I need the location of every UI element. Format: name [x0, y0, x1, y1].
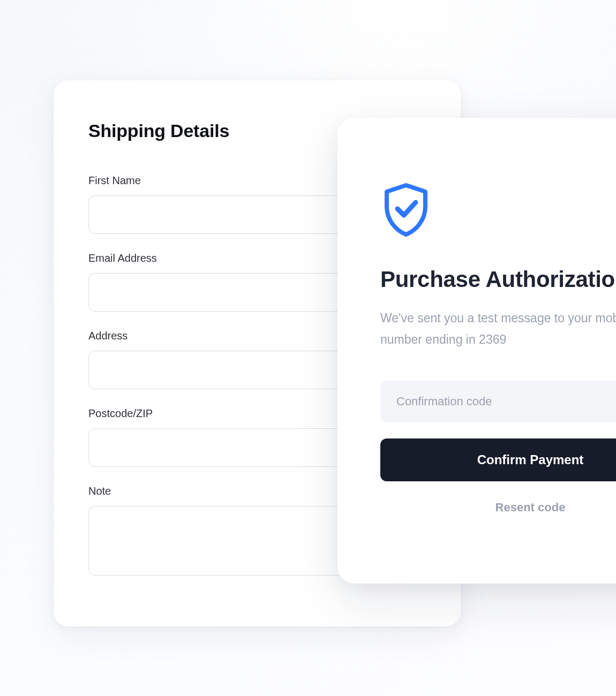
purchase-authorization-card: Purchase Authorization We've sent you a … — [337, 118, 616, 584]
auth-title: Purchase Authorization — [380, 267, 616, 292]
shield-check-icon — [380, 182, 616, 240]
resend-code-link[interactable]: Resent code — [380, 501, 616, 515]
confirm-payment-button[interactable]: Confirm Payment — [380, 438, 616, 481]
confirmation-code-input[interactable] — [380, 381, 616, 422]
auth-description: We've sent you a test message to your mo… — [380, 307, 616, 351]
